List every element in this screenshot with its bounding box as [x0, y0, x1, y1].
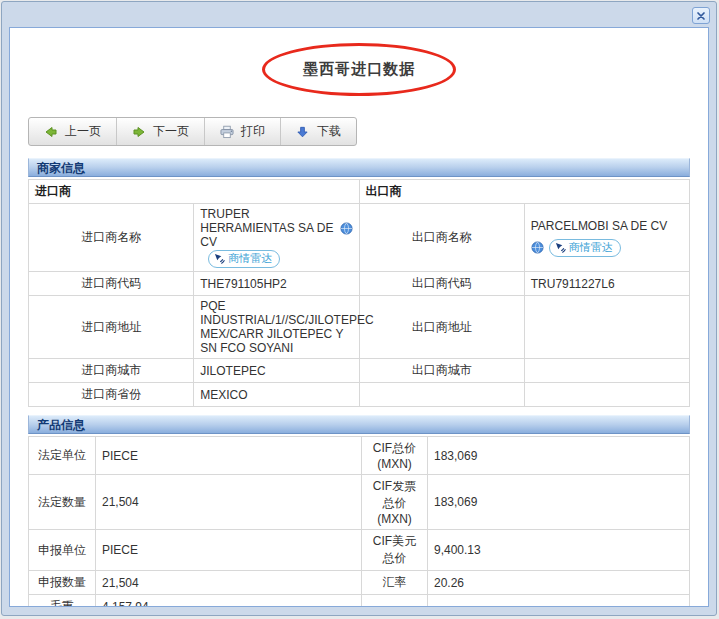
- field-label: 进口商名称: [29, 204, 194, 272]
- radar-badge-label: 商情雷达: [569, 240, 613, 255]
- field-value: [428, 595, 690, 608]
- title-area: 墨西哥进口数据: [10, 43, 708, 105]
- field-label: [362, 595, 428, 608]
- print-label: 打印: [241, 123, 265, 140]
- field-value: PIECE: [96, 437, 362, 475]
- field-label: 出口商名称: [359, 204, 524, 272]
- radar-badge[interactable]: 商情雷达: [549, 239, 621, 257]
- red-highlight-ellipse: 墨西哥进口数据: [262, 43, 456, 96]
- field-value: TRU7911227L6: [524, 272, 689, 296]
- close-icon: [696, 11, 706, 21]
- table-row: 法定数量 21,504 CIF发票总价(MXN) 183,069: [29, 475, 690, 530]
- table-row: 进口商名称 TRUPER HERRAMIENTAS SA DE CV: [29, 204, 690, 272]
- radar-icon: [214, 253, 225, 264]
- field-value: 21,504: [96, 571, 362, 595]
- field-label: 毛重: [29, 595, 96, 608]
- field-label: 进口商代码: [29, 272, 194, 296]
- product-table: 法定单位 PIECE CIF总价(MXN) 183,069 法定数量 21,50…: [28, 436, 690, 607]
- table-row: 进口商省份 MEXICO: [29, 383, 690, 407]
- radar-badge-label: 商情雷达: [228, 251, 272, 266]
- next-page-label: 下一页: [153, 123, 189, 140]
- table-row: 进口商地址 PQE INDUSTRIAL/1//SC/JILOTEPEC MEX…: [29, 296, 690, 359]
- exporter-name-cell: PARCELMOBI SA DE CV: [524, 204, 689, 272]
- field-label: 法定单位: [29, 437, 96, 475]
- field-value: [524, 359, 689, 383]
- download-button[interactable]: 下载: [281, 118, 356, 145]
- window-body: 墨西哥进口数据 上一页 下一页: [9, 27, 709, 607]
- download-label: 下载: [317, 123, 341, 140]
- importer-group-header: 进口商: [29, 180, 360, 204]
- import-data-window: 墨西哥进口数据 上一页 下一页: [1, 1, 717, 616]
- next-page-button[interactable]: 下一页: [117, 118, 205, 145]
- field-value: [524, 296, 689, 359]
- field-label: 申报数量: [29, 571, 96, 595]
- table-row: 进口商城市 JILOTEPEC 出口商城市: [29, 359, 690, 383]
- field-label: CIF发票总价(MXN): [362, 475, 428, 530]
- field-label: 进口商城市: [29, 359, 194, 383]
- field-label: 申报单位: [29, 530, 96, 571]
- globe-icon[interactable]: [340, 222, 353, 235]
- prev-page-label: 上一页: [65, 123, 101, 140]
- field-label: 进口商地址: [29, 296, 194, 359]
- field-label: [359, 383, 524, 407]
- window-titlebar: [2, 2, 716, 27]
- field-value: 183,069: [428, 437, 690, 475]
- exporter-name: PARCELMOBI SA DE CV: [531, 219, 667, 233]
- field-value: 9,400.13: [428, 530, 690, 571]
- field-value: JILOTEPEC: [194, 359, 359, 383]
- green-right-arrow-icon: [132, 125, 146, 139]
- merchant-table: 进口商 出口商 进口商名称 TRUPER HERRAMIENTAS SA DE …: [28, 179, 690, 407]
- field-value: PQE INDUSTRIAL/1//SC/JILOTEPEC MEX/CARR …: [194, 296, 359, 359]
- globe-icon[interactable]: [531, 241, 544, 254]
- field-label: 出口商代码: [359, 272, 524, 296]
- field-value: 20.26: [428, 571, 690, 595]
- field-value: [524, 383, 689, 407]
- blue-down-arrow-icon: [296, 125, 310, 139]
- field-label: CIF美元总价: [362, 530, 428, 571]
- green-left-arrow-icon: [44, 125, 58, 139]
- field-label: CIF总价(MXN): [362, 437, 428, 475]
- table-row: 法定单位 PIECE CIF总价(MXN) 183,069: [29, 437, 690, 475]
- table-row: 进口商代码 THE791105HP2 出口商代码 TRU7911227L6: [29, 272, 690, 296]
- importer-name: TRUPER HERRAMIENTAS SA DE CV: [200, 207, 334, 249]
- field-value: PIECE: [96, 530, 362, 571]
- field-value: THE791105HP2: [194, 272, 359, 296]
- table-row: 进口商 出口商: [29, 180, 690, 204]
- field-label: 出口商城市: [359, 359, 524, 383]
- section-header-merchant: 商家信息: [28, 158, 690, 177]
- field-label: 法定数量: [29, 475, 96, 530]
- table-row: 申报数量 21,504 汇率 20.26: [29, 571, 690, 595]
- table-row: 毛重 4,157.94: [29, 595, 690, 608]
- close-button[interactable]: [692, 7, 710, 24]
- exporter-group-header: 出口商: [359, 180, 690, 204]
- field-value: MEXICO: [194, 383, 359, 407]
- section-header-product: 产品信息: [28, 415, 690, 434]
- field-label: 进口商省份: [29, 383, 194, 407]
- field-value: 183,069: [428, 475, 690, 530]
- table-row: 申报单位 PIECE CIF美元总价 9,400.13: [29, 530, 690, 571]
- field-value: 21,504: [96, 475, 362, 530]
- field-label: 出口商地址: [359, 296, 524, 359]
- field-label: 汇率: [362, 571, 428, 595]
- page-title: 墨西哥进口数据: [303, 60, 415, 77]
- prev-page-button[interactable]: 上一页: [29, 118, 117, 145]
- print-button[interactable]: 打印: [205, 118, 281, 145]
- sections-container: 商家信息 进口商 出口商 进口商名称 TRUPER HERRAMIENTAS S…: [10, 158, 708, 607]
- importer-name-cell: TRUPER HERRAMIENTAS SA DE CV: [194, 204, 359, 272]
- printer-icon: [220, 125, 234, 139]
- radar-icon: [555, 242, 566, 253]
- pager-toolbar: 上一页 下一页 打印: [28, 117, 357, 146]
- field-value: 4,157.94: [96, 595, 362, 608]
- radar-badge[interactable]: 商情雷达: [208, 250, 280, 268]
